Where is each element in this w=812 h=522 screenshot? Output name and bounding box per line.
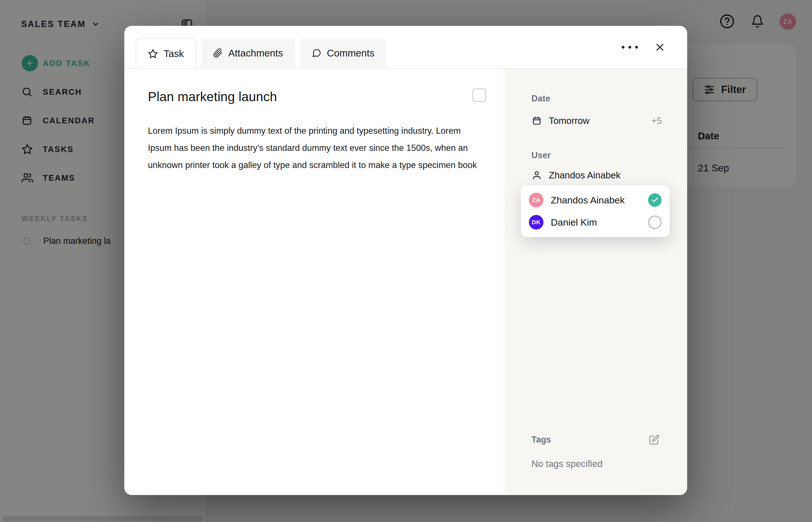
more-options-icon[interactable]	[619, 43, 641, 52]
task-complete-checkbox[interactable]	[472, 88, 486, 102]
edit-tags-icon[interactable]	[649, 434, 660, 445]
task-modal: Task Attachments Comments	[124, 26, 687, 495]
modal-header-actions	[619, 26, 666, 68]
user-option-zhandos[interactable]: ZA Zhandos Ainabek	[529, 193, 662, 207]
modal-tabs: Task Attachments Comments	[136, 39, 386, 68]
assigned-user-name: Zhandos Ainabek	[549, 170, 620, 181]
user-label: User	[531, 150, 672, 160]
task-content: Plan marketing launch Lorem Ipsum is sim…	[124, 69, 504, 495]
modal-header: Task Attachments Comments	[124, 26, 687, 69]
tab-label: Attachments	[228, 47, 283, 59]
calendar-icon	[531, 116, 542, 125]
avatar: DK	[529, 215, 543, 229]
task-description[interactable]: Lorem Ipsum is simply dummy text of the …	[148, 122, 481, 174]
modal-body: Plan marketing launch Lorem Ipsum is sim…	[124, 69, 687, 495]
date-extra-badge[interactable]: +5	[651, 116, 662, 126]
avatar: ZA	[529, 193, 543, 207]
tab-label: Task	[163, 48, 184, 59]
date-row[interactable]: Tomorrow +5	[531, 116, 672, 126]
selected-check-icon[interactable]	[648, 193, 662, 207]
app-screen: SALES TEAM ADD TASK SEAR	[0, 0, 812, 522]
tab-attachments[interactable]: Attachments	[201, 39, 295, 68]
task-title[interactable]: Plan marketing launch	[148, 89, 277, 104]
close-icon[interactable]	[654, 41, 666, 53]
tags-empty-text: No tags specified	[531, 459, 672, 469]
task-side-panel: Date Tomorrow +5 User Zhandos Ainabek	[504, 69, 687, 495]
unselected-radio-circle[interactable]	[648, 216, 662, 229]
comment-bubble-icon	[312, 48, 321, 58]
date-label: Date	[531, 94, 672, 104]
star-icon	[148, 48, 158, 59]
tab-comments[interactable]: Comments	[300, 39, 386, 68]
assigned-user-row[interactable]: Zhandos Ainabek	[531, 170, 672, 181]
person-icon	[531, 170, 542, 180]
user-dropdown: ZA Zhandos Ainabek DK Daniel Kim	[521, 185, 670, 237]
tags-label: Tags	[531, 435, 551, 445]
paperclip-icon	[213, 48, 223, 58]
user-option-daniel[interactable]: DK Daniel Kim	[529, 215, 662, 229]
user-option-name: Zhandos Ainabek	[551, 195, 625, 206]
tags-section: Tags No tags specified	[531, 434, 672, 469]
date-value: Tomorrow	[549, 116, 589, 126]
user-option-name: Daniel Kim	[551, 217, 597, 228]
tab-label: Comments	[327, 47, 374, 59]
tab-task[interactable]: Task	[136, 39, 196, 68]
